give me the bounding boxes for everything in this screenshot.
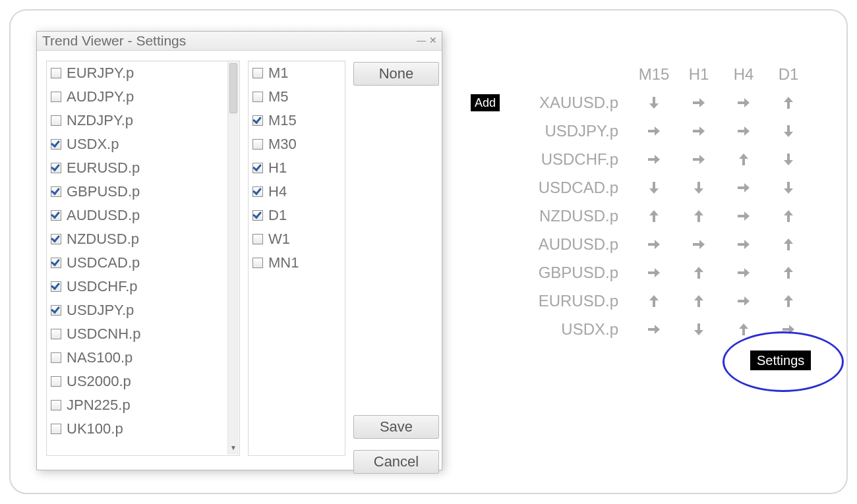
- trend-row: NZDUSD.p: [475, 202, 811, 230]
- symbol-item[interactable]: EURJPY.p: [47, 61, 239, 85]
- symbol-item[interactable]: NZDUSD.p: [47, 227, 239, 251]
- checkbox-icon[interactable]: [252, 163, 263, 173]
- checkbox-icon[interactable]: [252, 234, 263, 244]
- checkbox-icon[interactable]: [51, 92, 61, 102]
- timeframe-item[interactable]: M1: [249, 61, 345, 85]
- trend-symbol-label: USDX.p: [500, 320, 632, 339]
- symbol-item[interactable]: AUDUSD.p: [47, 204, 239, 227]
- checkbox-icon[interactable]: [51, 139, 61, 150]
- symbol-item[interactable]: NAS100.p: [47, 346, 239, 370]
- timeframe-item[interactable]: D1: [249, 204, 345, 227]
- trend-arrow-right-icon: [676, 237, 721, 252]
- symbol-item[interactable]: AUDJPY.p: [47, 85, 239, 109]
- trend-arrow-right-icon: [676, 123, 721, 139]
- symbol-label: AUDJPY.p: [67, 88, 134, 105]
- trend-row: EURUSD.p: [475, 287, 811, 315]
- checkbox-icon[interactable]: [51, 163, 61, 173]
- checkbox-icon[interactable]: [51, 424, 61, 434]
- symbol-item[interactable]: USDCNH.p: [47, 322, 239, 346]
- timeframe-item[interactable]: MN1: [249, 251, 345, 275]
- timeframe-label: H1: [268, 159, 287, 177]
- trend-arrow-down-icon: [632, 95, 676, 111]
- symbol-item[interactable]: JPN225.p: [47, 393, 239, 417]
- trend-arrow-down-icon: [676, 180, 721, 196]
- symbol-item[interactable]: NZDJPY.p: [47, 109, 239, 132]
- timeframe-item[interactable]: M5: [249, 85, 345, 109]
- checkbox-icon[interactable]: [51, 234, 61, 244]
- timeframe-item[interactable]: M30: [249, 132, 345, 156]
- symbol-label: EURJPY.p: [67, 65, 134, 82]
- symbol-label: GBPUSD.p: [67, 183, 140, 200]
- symbol-label: NAS100.p: [67, 349, 133, 366]
- checkbox-icon[interactable]: [51, 258, 61, 268]
- checkbox-icon[interactable]: [51, 376, 61, 387]
- minimize-icon[interactable]: —: [417, 36, 426, 45]
- checkbox-icon[interactable]: [252, 210, 263, 221]
- scroll-thumb[interactable]: [229, 63, 237, 113]
- timeframe-label: M1: [268, 65, 289, 82]
- symbol-item[interactable]: US2000.p: [47, 370, 239, 393]
- scrollbar[interactable]: ▲ ▼: [227, 62, 239, 455]
- checkbox-icon[interactable]: [252, 92, 263, 102]
- add-button[interactable]: Add: [471, 94, 500, 111]
- none-button[interactable]: None: [353, 62, 439, 86]
- checkbox-icon[interactable]: [252, 139, 263, 150]
- trend-arrow-right-icon: [721, 237, 766, 252]
- symbol-item[interactable]: UK100.p: [47, 417, 239, 441]
- symbol-item[interactable]: USDX.p: [47, 132, 239, 156]
- trend-arrow-right-icon: [721, 208, 766, 224]
- symbol-label: AUDUSD.p: [67, 207, 140, 224]
- settings-dialog: Trend Viewer - Settings — ✕ EURJPY.pAUDJ…: [36, 31, 442, 470]
- trend-row: USDCAD.p: [475, 173, 811, 202]
- timeframe-item[interactable]: H1: [249, 156, 345, 180]
- trend-row: AddXAUUSD.p: [475, 88, 811, 117]
- trend-arrow-right-icon: [721, 265, 766, 281]
- symbol-item[interactable]: USDCHF.p: [47, 275, 239, 298]
- timeframe-label: M30: [268, 136, 297, 153]
- timeframe-label: MN1: [268, 254, 299, 271]
- symbol-item[interactable]: USDJPY.p: [47, 298, 239, 322]
- symbols-listbox[interactable]: EURJPY.pAUDJPY.pNZDJPY.pUSDX.pEURUSD.pGB…: [46, 61, 240, 456]
- checkbox-icon[interactable]: [51, 186, 61, 197]
- col-header: M15: [632, 65, 676, 84]
- timeframe-item[interactable]: M15: [249, 109, 345, 132]
- checkbox-icon[interactable]: [51, 115, 61, 126]
- symbol-item[interactable]: USDCAD.p: [47, 251, 239, 275]
- trend-row: AUDUSD.p: [475, 230, 811, 258]
- checkbox-icon[interactable]: [51, 68, 61, 78]
- trend-arrow-right-icon: [721, 95, 766, 111]
- checkbox-icon[interactable]: [51, 352, 61, 363]
- checkbox-icon[interactable]: [51, 329, 61, 339]
- scroll-down-icon[interactable]: ▼: [228, 444, 239, 455]
- cancel-button[interactable]: Cancel: [353, 450, 439, 474]
- checkbox-icon[interactable]: [252, 68, 263, 78]
- timeframes-listbox[interactable]: M1M5M15M30H1H4D1W1MN1: [248, 61, 345, 456]
- close-icon[interactable]: ✕: [428, 36, 438, 45]
- trend-arrow-right-icon: [721, 293, 766, 309]
- checkbox-icon[interactable]: [51, 400, 61, 410]
- symbol-item[interactable]: EURUSD.p: [47, 156, 239, 180]
- trend-viewer-header: M15 H1 H4 D1: [475, 61, 811, 88]
- col-header: D1: [766, 65, 811, 84]
- trend-viewer-panel: M15 H1 H4 D1 AddXAUUSD.pUSDJPY.pUSDCHF.p…: [475, 61, 811, 343]
- timeframe-item[interactable]: H4: [249, 180, 345, 204]
- checkbox-icon[interactable]: [51, 281, 61, 292]
- settings-button[interactable]: Settings: [750, 350, 811, 370]
- dialog-titlebar[interactable]: Trend Viewer - Settings — ✕: [37, 32, 442, 51]
- checkbox-icon[interactable]: [51, 210, 61, 221]
- trend-arrow-right-icon: [676, 152, 721, 167]
- save-button[interactable]: Save: [353, 415, 439, 439]
- trend-arrow-up-icon: [632, 208, 676, 224]
- checkbox-icon[interactable]: [252, 186, 263, 197]
- trend-symbol-label: GBPUSD.p: [500, 264, 632, 282]
- checkbox-icon[interactable]: [252, 115, 263, 126]
- trend-arrow-down-icon: [632, 180, 676, 196]
- trend-symbol-label: USDJPY.p: [500, 122, 632, 140]
- timeframe-item[interactable]: W1: [249, 227, 345, 251]
- checkbox-icon[interactable]: [252, 258, 263, 268]
- checkbox-icon[interactable]: [51, 305, 61, 316]
- trend-arrow-up-icon: [676, 208, 721, 224]
- timeframe-label: H4: [268, 183, 287, 200]
- trend-arrow-right-icon: [676, 95, 721, 111]
- symbol-item[interactable]: GBPUSD.p: [47, 180, 239, 204]
